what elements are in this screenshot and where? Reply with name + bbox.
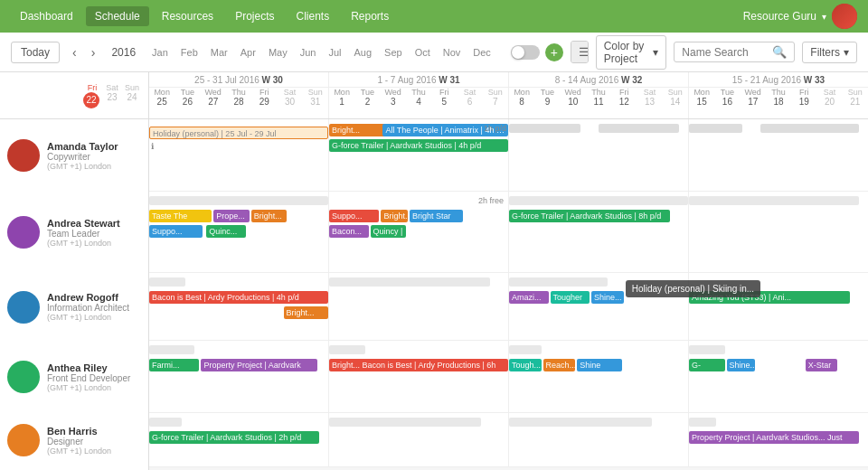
person-name-ben: Ben Harris	[47, 426, 111, 437]
andrea-bar-brightstar[interactable]: Bright Star App | Black Ke...	[410, 210, 463, 222]
day-wed-17: Wed17	[741, 88, 766, 107]
anthea-avail32	[509, 345, 542, 354]
filters-button[interactable]: Filters ▾	[802, 42, 857, 63]
ben-bar-gforce30[interactable]: G-force Trailer | Aardvark Studios | 2h …	[149, 431, 319, 444]
view-toggle-switch[interactable]	[511, 45, 540, 60]
anthea-bar-farmi[interactable]: Farmi...	[149, 359, 199, 371]
person-info-andrew: Andrew Rogoff Information Architect (GMT…	[0, 273, 148, 341]
month-nov[interactable]: Nov	[438, 44, 467, 61]
amanda-avail-3	[689, 124, 742, 133]
andrew-bar-bright30[interactable]: Bright...	[284, 306, 329, 319]
day-name-sat: Sat	[103, 83, 121, 92]
day-wed-10: Wed10	[561, 88, 586, 107]
nav-schedule[interactable]: Schedule	[86, 6, 149, 26]
month-sep[interactable]: Sep	[379, 44, 408, 61]
user-menu[interactable]: Resource Guru ▾	[743, 4, 857, 29]
today-button[interactable]: Today	[11, 42, 60, 63]
people-header: Fri 22 Sat 23 Sun 24	[0, 72, 148, 119]
day-tue-9: Tue9	[534, 88, 560, 107]
person-info-amanda: Amanda Taylor Copywriter (GMT +1) London	[0, 119, 148, 192]
day-mon-15: Mon15	[689, 88, 714, 107]
prev-period-button[interactable]: ‹	[67, 43, 82, 61]
day-fri-29: Fri29	[251, 88, 277, 107]
search-icon: 🔍	[772, 45, 787, 59]
month-jun[interactable]: Jun	[295, 44, 322, 61]
view-mode-buttons: ☰	[571, 41, 589, 63]
week-31-days: Mon1 Tue2 Wed3 Thu4 Fri5 Sat6 Sun7	[329, 88, 508, 107]
chevron-down-icon: ▾	[653, 46, 658, 59]
gantt-row-anthea: Farmi... Property Project | Aardvark Stu…	[149, 341, 868, 413]
andrea-bar-bright2[interactable]: Bright...	[381, 210, 408, 222]
anthea-bar-shine33[interactable]: Shine...	[727, 359, 756, 371]
day-thu-18: Thu18	[766, 88, 791, 107]
andrew-week31	[329, 273, 509, 340]
day-wed-27: Wed27	[201, 88, 226, 107]
anthea-bar-property[interactable]: Property Project | Aardvark Studio...	[201, 359, 317, 371]
andrew-bar-amaz[interactable]: Amazi...	[509, 291, 549, 304]
anthea-bar-shine32[interactable]: Shine Bright | P...	[577, 359, 622, 371]
toggle-area: +	[511, 43, 563, 61]
andrea-bar-bright[interactable]: Bright...	[251, 210, 288, 222]
list-view-button[interactable]: ☰	[571, 42, 589, 62]
day-num-23: 23	[103, 92, 121, 102]
search-input[interactable]	[682, 46, 772, 59]
schedule-container: Fri 22 Sat 23 Sun 24 Amanda Ta	[0, 72, 868, 470]
month-oct[interactable]: Oct	[410, 44, 436, 61]
people-panel: Fri 22 Sat 23 Sun 24 Amanda Ta	[0, 72, 149, 470]
nav-projects[interactable]: Projects	[226, 6, 283, 26]
andrew-bar-bacon30[interactable]: Bacon is Best | Ardy Productions | 4h p/…	[149, 291, 328, 304]
person-details-amanda: Amanda Taylor Copywriter (GMT +1) London	[47, 141, 118, 171]
nav-dashboard[interactable]: Dashboard	[11, 6, 82, 26]
month-jan[interactable]: Jan	[146, 44, 174, 61]
andrea-bar-quinc[interactable]: Quinc...	[206, 225, 246, 238]
andrew-bar-tougher[interactable]: Tougher Than T...	[551, 291, 590, 304]
toolbar: Today ‹ › 2016 Jan Feb Mar Apr May Jun J…	[0, 33, 868, 72]
andrea-free: 2h free	[478, 196, 504, 205]
person-role-andrea: Team Leader	[47, 229, 120, 239]
amanda-avail-1	[509, 124, 580, 133]
amanda-holiday-bar[interactable]: Holiday (personal) | 25 Jul - 29 Jul	[149, 127, 328, 139]
andrea-bar-gforce32[interactable]: G-force Trailer | Aardvark Studios | 8h …	[509, 210, 670, 222]
person-tz-amanda: (GMT +1) London	[47, 162, 118, 171]
person-role-ben: Designer	[47, 437, 111, 446]
nav-reports[interactable]: Reports	[342, 6, 398, 26]
day-sat-30: Sat30	[277, 88, 302, 107]
month-jul[interactable]: Jul	[323, 44, 346, 61]
andrea-bar-suppo[interactable]: Suppo...	[149, 225, 203, 238]
add-button[interactable]: +	[545, 43, 563, 61]
ben-bar-property33[interactable]: Property Project | Aardvark Studios... J…	[689, 431, 859, 444]
month-may[interactable]: May	[263, 44, 293, 61]
month-aug[interactable]: Aug	[348, 44, 377, 61]
person-tz-anthea: (GMT +1) London	[47, 383, 130, 392]
month-dec[interactable]: Dec	[467, 44, 496, 61]
color-by-dropdown[interactable]: Color by Project ▾	[596, 35, 667, 70]
andrea-bar-suppo2[interactable]: Suppo...	[329, 210, 379, 222]
anthea-bar-reach[interactable]: Reach...	[543, 359, 576, 371]
anthea-bar-xstar[interactable]: X-Star | Asda | 8h p/d	[806, 359, 838, 371]
user-label: Resource Guru	[743, 10, 816, 23]
avatar-anthea	[7, 361, 40, 393]
andrew-bar-shine[interactable]: Shine...	[591, 291, 624, 304]
day-thu-28: Thu28	[226, 88, 251, 107]
next-period-button[interactable]: ›	[86, 43, 101, 61]
month-feb[interactable]: Feb	[175, 44, 203, 61]
anthea-bar-gforc[interactable]: G-Forc...	[689, 359, 725, 371]
month-tabs: Jan Feb Mar Apr May Jun Jul Aug Sep Oct …	[146, 44, 496, 61]
amanda-bar-gforce[interactable]: G-force Trailer | Aardvark Studios | 4h …	[329, 139, 508, 152]
day-sun-31: Sun31	[303, 88, 328, 107]
gantt-row-andrew: Bacon is Best | Ardy Productions | 4h p/…	[149, 273, 868, 341]
month-mar[interactable]: Mar	[205, 44, 233, 61]
anthea-bar-tough[interactable]: Tough...	[509, 359, 542, 371]
ben-avail32	[509, 418, 652, 427]
nav-resources[interactable]: Resources	[153, 6, 222, 26]
month-apr[interactable]: Apr	[235, 44, 261, 61]
andrea-bar-quincy2[interactable]: Quincy | Aloe | 4h p/d	[371, 225, 407, 238]
anthea-bar-bright31[interactable]: Bright... Bacon is Best | Ardy Productio…	[329, 359, 508, 371]
andrea-bar-taste[interactable]: Taste The Nectar | Totally...	[149, 210, 212, 222]
people-list: Amanda Taylor Copywriter (GMT +1) London…	[0, 119, 148, 470]
person-name-anthea: Anthea Riley	[47, 362, 130, 373]
andrea-bar-bacon[interactable]: Bacon...	[329, 225, 369, 238]
nav-clients[interactable]: Clients	[287, 6, 338, 26]
andrea-bar-prop[interactable]: Prope...	[213, 210, 250, 222]
day-thu-4: Thu4	[406, 88, 431, 107]
